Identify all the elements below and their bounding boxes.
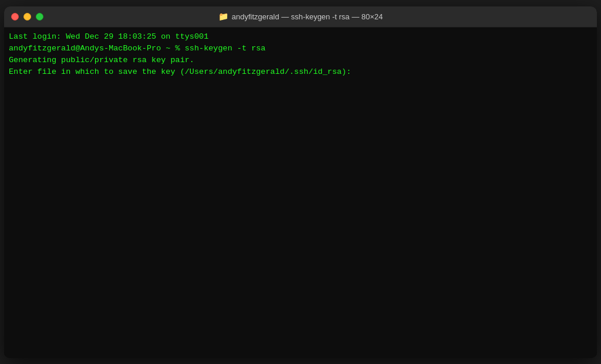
close-button[interactable]: [11, 13, 19, 21]
minimize-button[interactable]: [23, 13, 31, 21]
maximize-button[interactable]: [36, 13, 43, 21]
terminal-line-0: Last login: Wed Dec 29 18:03:25 on ttys0…: [9, 31, 592, 43]
terminal-line-1: andyfitzgerald@Andys-MacBook-Pro ~ % ssh…: [9, 43, 592, 55]
terminal-line-2: Generating public/private rsa key pair.: [9, 55, 592, 66]
folder-icon: 📁: [218, 12, 228, 21]
terminal-body[interactable]: Last login: Wed Dec 29 18:03:25 on ttys0…: [4, 28, 597, 358]
terminal-line-3: Enter file in which to save the key (/Us…: [9, 66, 592, 78]
window-title: 📁 andyfitzgerald — ssh-keygen -t rsa — 8…: [218, 12, 383, 21]
title-label: andyfitzgerald — ssh-keygen -t rsa — 80×…: [232, 12, 383, 21]
terminal-window: 📁 andyfitzgerald — ssh-keygen -t rsa — 8…: [4, 6, 597, 358]
titlebar: 📁 andyfitzgerald — ssh-keygen -t rsa — 8…: [4, 6, 597, 28]
traffic-lights: [11, 13, 43, 21]
